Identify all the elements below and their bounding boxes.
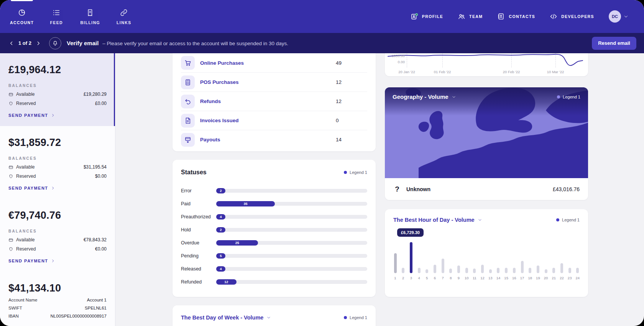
hour-bar[interactable] bbox=[457, 265, 460, 273]
legend: Legend 1 bbox=[556, 218, 580, 222]
nav-item-team[interactable]: TEAM bbox=[458, 13, 483, 20]
hour-label: 13 bbox=[488, 276, 493, 280]
metric-icon-box bbox=[181, 56, 195, 70]
account-card-1[interactable]: £19,964.12 BALANCES Available £19,280.29… bbox=[0, 53, 115, 126]
secondary-nav: PROFILE TEAM CONTACTS DEVELOPERS DC bbox=[411, 0, 629, 33]
hour-bar[interactable] bbox=[568, 268, 571, 273]
metric-label[interactable]: POS Purchases bbox=[200, 79, 239, 85]
hour-bar[interactable] bbox=[545, 269, 547, 273]
hour-bar[interactable] bbox=[434, 265, 436, 273]
x-axis-tick: 10 Mar '22 bbox=[547, 70, 564, 74]
send-payment-link[interactable]: SEND PAYMENT bbox=[8, 186, 107, 190]
hour-bar[interactable] bbox=[442, 259, 444, 273]
nav-item-developers[interactable]: DEVELOPERS bbox=[550, 13, 594, 20]
status-label: Paid bbox=[181, 201, 216, 206]
status-bar-track: 12 bbox=[216, 280, 367, 284]
status-bar-fill[interactable]: 12 bbox=[216, 279, 237, 285]
metric-label[interactable]: Refunds bbox=[200, 98, 221, 104]
status-bar-fill[interactable]: 2 bbox=[216, 227, 225, 233]
status-row: Hold2 bbox=[181, 223, 367, 236]
status-bar-fill[interactable]: 4 bbox=[216, 266, 225, 272]
account-detail-row: Account Name Account 1 bbox=[8, 298, 107, 302]
metric-label[interactable]: Invoices Issued bbox=[200, 118, 239, 123]
account-total: €79,740.76 bbox=[8, 210, 107, 221]
hour-label: 21 bbox=[552, 276, 556, 280]
statuses-card: Statuses Legend 1 Error2Paid35Preauthori… bbox=[172, 160, 376, 297]
card-title: The Best Hour of Day - Volume bbox=[393, 217, 475, 223]
geography-dropdown[interactable]: Geography - Volume bbox=[393, 93, 456, 100]
best-hour-dropdown[interactable]: The Best Hour of Day - Volume bbox=[393, 217, 482, 223]
hour-bar[interactable] bbox=[426, 269, 428, 273]
banner-prev-button[interactable] bbox=[7, 39, 16, 48]
hour-bar[interactable] bbox=[537, 265, 539, 273]
status-bar-fill[interactable]: 2 bbox=[216, 188, 225, 193]
metric-row[interactable]: Payouts 14 bbox=[181, 130, 367, 149]
hour-bar[interactable] bbox=[560, 263, 563, 273]
nav-item-label: DEVELOPERS bbox=[561, 14, 594, 19]
main-content: £19,964.12 BALANCES Available £19,280.29… bbox=[0, 53, 644, 326]
hour-bar[interactable] bbox=[481, 265, 484, 273]
hour-bar-column: 9 bbox=[457, 265, 461, 280]
hour-bar[interactable] bbox=[410, 242, 412, 273]
hour-bar[interactable] bbox=[505, 268, 508, 273]
hour-bar-column: 21 bbox=[552, 268, 556, 280]
map-header: Geography - Volume Legend 1 bbox=[385, 87, 588, 116]
metric-row[interactable]: Refunds 12 bbox=[181, 92, 367, 111]
status-bar-fill[interactable]: 4 bbox=[216, 214, 225, 220]
hour-bar[interactable] bbox=[465, 268, 468, 273]
hour-bar[interactable] bbox=[576, 268, 579, 273]
refund-icon bbox=[184, 98, 192, 105]
europe-map[interactable]: Geography - Volume Legend 1 bbox=[385, 87, 588, 178]
hour-bar[interactable] bbox=[521, 261, 524, 273]
nav-item-account[interactable]: ACCOUNT bbox=[10, 0, 34, 33]
card-title: Geography - Volume bbox=[393, 93, 449, 100]
nav-item-profile[interactable]: PROFILE bbox=[411, 13, 443, 20]
nav-item-billing[interactable]: BILLING bbox=[79, 0, 101, 33]
best-day-dropdown[interactable]: The Best Day of Week - Volume bbox=[181, 315, 271, 321]
send-payment-link[interactable]: SEND PAYMENT bbox=[8, 259, 107, 263]
status-bar-fill[interactable]: 35 bbox=[216, 201, 275, 206]
account-total: $41,134.10 bbox=[8, 282, 107, 294]
hour-bar[interactable] bbox=[489, 269, 492, 273]
hour-bar[interactable] bbox=[418, 268, 421, 273]
nav-item-contacts[interactable]: CONTACTS bbox=[497, 13, 535, 20]
metric-value: 14 bbox=[336, 137, 367, 143]
legend-dot-icon bbox=[556, 218, 559, 221]
status-bar-fill[interactable]: 5 bbox=[216, 253, 225, 259]
balances-heading: BALANCES bbox=[8, 84, 107, 88]
metric-row[interactable]: Online Purchases 49 bbox=[181, 53, 367, 72]
metric-row[interactable]: POS Purchases 12 bbox=[181, 72, 367, 92]
card-header: Statuses Legend 1 bbox=[181, 169, 367, 176]
hour-bar[interactable] bbox=[529, 268, 531, 273]
metric-label[interactable]: Online Purchases bbox=[200, 60, 244, 66]
hour-bar[interactable] bbox=[552, 268, 555, 273]
resend-email-button[interactable]: Resend email bbox=[592, 37, 636, 50]
avatar[interactable]: DC bbox=[609, 10, 621, 23]
geography-row[interactable]: ? Unknown £43,016.76 bbox=[385, 178, 588, 200]
account-card-2[interactable]: $31,859.72 BALANCES Available $31,195.54… bbox=[0, 126, 115, 199]
banner-next-button[interactable] bbox=[34, 39, 43, 48]
account-total: $31,859.72 bbox=[8, 137, 107, 149]
hour-bar[interactable] bbox=[449, 269, 452, 273]
hour-bar[interactable] bbox=[473, 269, 476, 273]
hour-label: 2 bbox=[402, 276, 404, 280]
status-bar-value: 25 bbox=[235, 241, 239, 245]
account-card-3[interactable]: €79,740.76 BALANCES Available €78,843.32… bbox=[0, 199, 115, 272]
shield-icon bbox=[8, 101, 13, 106]
hour-bar[interactable] bbox=[497, 268, 499, 273]
metric-icon-box bbox=[181, 114, 195, 128]
nav-item-feed[interactable]: FEED bbox=[45, 0, 67, 33]
status-bar-track: 4 bbox=[216, 215, 367, 219]
status-bar-fill[interactable]: 25 bbox=[216, 240, 258, 246]
metric-label[interactable]: Payouts bbox=[200, 137, 220, 143]
send-payment-link[interactable]: SEND PAYMENT bbox=[8, 113, 107, 118]
chevron-down-icon bbox=[623, 14, 629, 19]
user-menu[interactable]: DC bbox=[609, 10, 629, 23]
legend: Legend 1 bbox=[344, 170, 367, 175]
hour-bar[interactable] bbox=[513, 268, 516, 273]
account-card-4[interactable]: $41,134.10 Account Name Account 1 SWIFT … bbox=[0, 272, 115, 326]
hour-bar[interactable] bbox=[394, 253, 397, 273]
hour-bar[interactable] bbox=[402, 268, 404, 273]
nav-item-links[interactable]: LINKS bbox=[113, 0, 135, 33]
metric-row[interactable]: Invoices Issued 0 bbox=[181, 111, 367, 130]
